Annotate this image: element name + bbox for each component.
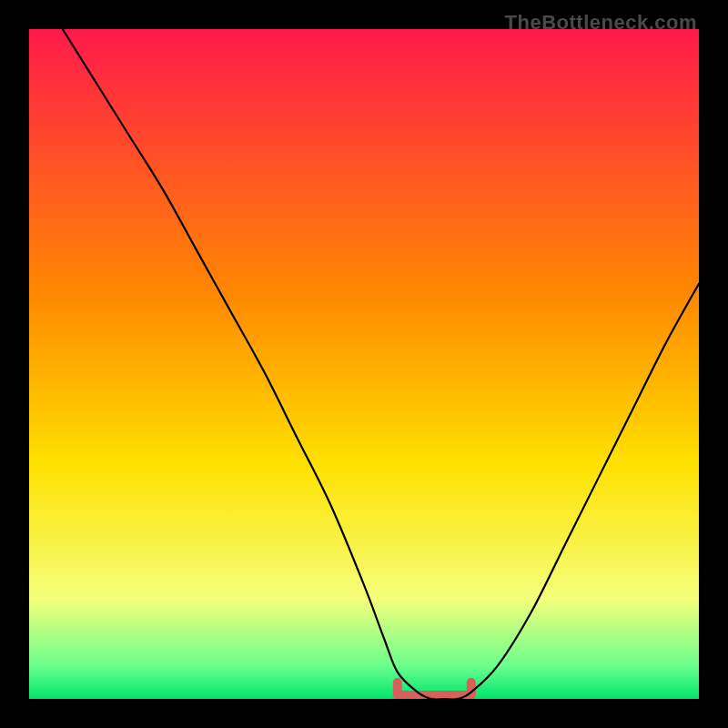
gradient-background <box>29 29 699 699</box>
bottleneck-chart <box>29 29 699 699</box>
chart-frame: { "watermark": "TheBottleneck.com", "col… <box>0 0 728 728</box>
plot-area <box>29 29 699 699</box>
